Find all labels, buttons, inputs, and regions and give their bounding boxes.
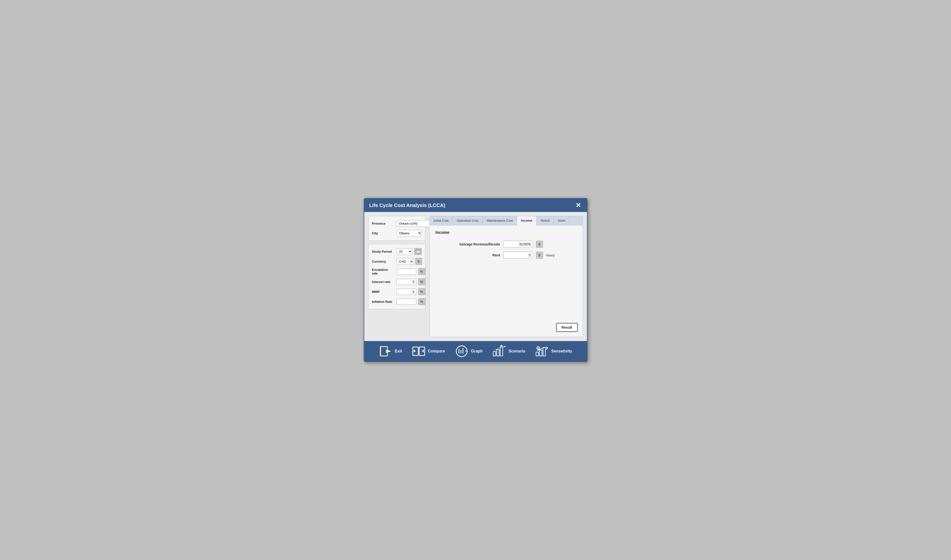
rent-dollar-icon: $ <box>536 252 543 258</box>
sensitivity-label: Sensetivity <box>551 349 572 354</box>
tab-operation-cost[interactable]: Operation Cost <box>453 216 483 225</box>
mmr-input[interactable] <box>396 289 416 295</box>
study-period-select[interactable]: 25 10 15 20 30 <box>396 248 412 255</box>
study-period-label: Study Period <box>372 250 394 254</box>
currency-controls: CAD USD EUR $ <box>396 258 422 265</box>
tabs-bar: Initial Cost Operation Cost Maintenance … <box>430 216 583 225</box>
inflation-label: Inflation Rate <box>372 300 394 303</box>
inflation-input[interactable] <box>396 298 416 305</box>
result-button[interactable]: Result <box>556 323 578 332</box>
graph-icon <box>455 345 468 358</box>
interest-row: Interest rate % <box>372 278 422 285</box>
city-row: City Ottawa Toronto Hamilton <box>372 230 422 237</box>
exit-button[interactable]: Exit <box>379 345 402 358</box>
graph-button[interactable]: Graph <box>455 345 483 358</box>
svg-rect-23 <box>539 350 542 356</box>
bottom-toolbar: Exit Compare <box>364 341 587 362</box>
exit-icon <box>379 345 392 358</box>
income-fields: Salvage Revenue/Resale $ Rent $ Yearly <box>435 241 577 258</box>
escalation-input[interactable] <box>396 269 416 275</box>
tab-income[interactable]: Income <box>517 216 537 225</box>
province-row: Province Ontario (ON) Quebec (QC) Britis… <box>372 220 422 227</box>
interest-percent-icon: % <box>418 278 425 285</box>
escalation-row: Escalation rate % <box>372 268 422 275</box>
mmr-row: MMR % <box>372 288 422 295</box>
close-button[interactable]: ✕ <box>574 202 582 209</box>
interest-label: Interest rate <box>372 280 394 284</box>
income-section-title: Income <box>435 230 577 235</box>
currency-dollar-icon: $ <box>415 258 422 265</box>
title-bar: Life Cycle Cost Analysis (LCCA) ✕ <box>364 198 587 212</box>
city-label: City <box>372 231 394 235</box>
scenario-button[interactable]: Scenario <box>492 345 525 358</box>
svg-rect-18 <box>500 347 503 356</box>
main-content: Province Ontario (ON) Quebec (QC) Britis… <box>364 212 587 341</box>
tab-save[interactable]: Save <box>554 216 570 225</box>
right-panel: Initial Cost Operation Cost Maintenance … <box>429 216 583 337</box>
svg-rect-16 <box>493 351 496 356</box>
svg-rect-22 <box>536 352 539 356</box>
svg-point-19 <box>500 345 502 347</box>
escalation-percent-icon: % <box>418 268 425 275</box>
exit-label: Exit <box>395 349 402 354</box>
salvage-input[interactable] <box>503 241 533 248</box>
mmr-percent-icon: % <box>418 288 425 295</box>
svg-rect-24 <box>543 348 545 356</box>
graph-label: Graph <box>471 349 483 354</box>
svg-rect-17 <box>497 349 499 356</box>
inflation-row: Inflation Rate % <box>372 298 422 305</box>
parameters-box: Study Period 25 10 15 20 30 <box>368 244 425 309</box>
province-label: Province <box>372 222 394 225</box>
tab-maintenance-cost[interactable]: Maintenance Cost <box>483 216 517 225</box>
left-panel: Province Ontario (ON) Quebec (QC) Britis… <box>368 216 425 337</box>
sensitivity-icon: $ <box>535 345 549 358</box>
tab-initial-cost[interactable]: Initial Cost <box>430 216 453 225</box>
scenario-label: Scenario <box>508 349 525 354</box>
compare-icon <box>412 345 425 358</box>
compare-label: Compare <box>428 349 445 354</box>
svg-text:$: $ <box>537 347 539 349</box>
sensitivity-button[interactable]: $ Sensetivity <box>535 345 572 358</box>
inflation-percent-icon: % <box>418 298 425 305</box>
dialog-title: Life Cycle Cost Analysis (LCCA) <box>369 203 445 208</box>
city-select[interactable]: Ottawa Toronto Hamilton <box>396 230 422 237</box>
rent-row: Rent $ Yearly <box>451 252 577 258</box>
salvage-dollar-icon: $ <box>536 241 543 248</box>
currency-select[interactable]: CAD USD EUR <box>396 258 414 265</box>
scenario-icon <box>492 345 506 358</box>
rent-input[interactable] <box>503 252 533 258</box>
rent-label: Rent <box>451 253 500 257</box>
svg-text:YR: YR <box>417 251 418 253</box>
compare-button[interactable]: Compare <box>412 345 445 358</box>
mmr-label: MMR <box>372 290 394 294</box>
currency-row: Currency CAD USD EUR $ <box>372 258 422 265</box>
currency-label: Currency <box>372 260 394 263</box>
salvage-row: Salvage Revenue/Resale $ <box>451 241 577 248</box>
study-period-row: Study Period 25 10 15 20 30 <box>372 248 422 255</box>
interest-input[interactable] <box>396 279 416 285</box>
rent-suffix: Yearly <box>546 254 555 257</box>
salvage-label: Salvage Revenue/Resale <box>451 242 500 246</box>
escalation-label: Escalation rate <box>372 268 394 275</box>
location-box: Province Ontario (ON) Quebec (QC) Britis… <box>368 216 425 241</box>
tab-content-income: Income Salvage Revenue/Resale $ Rent $ Y… <box>430 225 583 337</box>
main-dialog: Life Cycle Cost Analysis (LCCA) ✕ Provin… <box>364 198 587 362</box>
calendar-icon: YR <box>414 248 422 255</box>
tab-result[interactable]: Result <box>537 216 554 225</box>
